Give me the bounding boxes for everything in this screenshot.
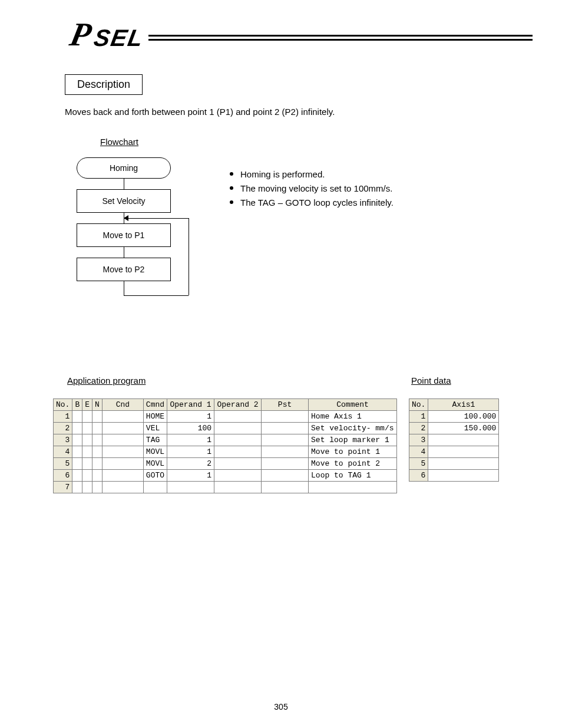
cell-n <box>92 446 103 457</box>
cell-e <box>82 422 92 434</box>
cell-pst <box>262 422 309 434</box>
cell-op2 <box>214 422 262 434</box>
cell-cmnd: GOTO <box>143 469 167 481</box>
col-e: E <box>82 398 92 410</box>
cell-no: 3 <box>409 434 428 446</box>
flow-node-set-velocity: Set Velocity <box>77 189 171 213</box>
table-row: 5 <box>409 457 499 469</box>
cell-e <box>82 410 92 422</box>
col-cnd: Cnd <box>102 398 143 410</box>
bullet-text: Homing is performed. <box>240 167 325 182</box>
point-data-heading: Point data <box>411 375 509 386</box>
cell-n <box>92 457 103 469</box>
col-op2: Operand 2 <box>214 398 262 410</box>
cell-op1: 1 <box>167 410 214 422</box>
cell-op2 <box>214 481 262 493</box>
cell-comment: Set loop marker 1 <box>309 434 397 446</box>
table-row: 2VEL100Set velocity- mm/s <box>54 422 397 434</box>
cell-axis1: 150.000 <box>428 422 499 434</box>
program-table: No. B E N Cnd Cmnd Operand 1 Operand 2 P… <box>53 398 397 493</box>
col-no: No. <box>54 398 72 410</box>
cell-cmnd <box>143 481 167 493</box>
cell-cnd <box>102 481 143 493</box>
cell-op1: 1 <box>167 434 214 446</box>
col-cmnd: Cmnd <box>143 398 167 410</box>
table-row: 1HOME1Home Axis 1 <box>54 410 397 422</box>
cell-cmnd: VEL <box>143 422 167 434</box>
cell-pst <box>262 457 309 469</box>
point-table: No. Axis1 1100.0002150.0003456 <box>409 398 499 482</box>
cell-comment <box>309 481 397 493</box>
table-row: 7 <box>54 481 397 493</box>
cell-b <box>72 434 82 446</box>
cell-comment: Move to point 1 <box>309 446 397 457</box>
cell-pst <box>262 410 309 422</box>
page-number: 305 <box>0 702 562 711</box>
cell-comment: Move to point 2 <box>309 457 397 469</box>
header-rules <box>148 35 533 43</box>
cell-b <box>72 481 82 493</box>
cell-b <box>72 469 82 481</box>
cell-axis1 <box>428 457 499 469</box>
bullet-icon <box>230 172 233 176</box>
cell-b <box>72 422 82 434</box>
cell-b <box>72 457 82 469</box>
col-comment: Comment <box>309 398 397 410</box>
col-axis1: Axis1 <box>428 398 499 410</box>
table-row: 1100.000 <box>409 410 499 422</box>
cell-axis1: 100.000 <box>428 410 499 422</box>
table-row: 2150.000 <box>409 422 499 434</box>
cell-e <box>82 469 92 481</box>
cell-no: 6 <box>54 469 72 481</box>
cell-no: 3 <box>54 434 72 446</box>
cell-op1: 2 <box>167 457 214 469</box>
cell-b <box>72 410 82 422</box>
cell-op2 <box>214 434 262 446</box>
cell-cmnd: MOVL <box>143 446 167 457</box>
table-row: 6 <box>409 469 499 481</box>
page-header: P SEL <box>71 18 533 51</box>
cell-no: 7 <box>54 481 72 493</box>
col-pst: Pst <box>262 398 309 410</box>
cell-cmnd: MOVL <box>143 457 167 469</box>
cell-n <box>92 481 103 493</box>
cell-op1 <box>167 481 214 493</box>
cell-no: 2 <box>54 422 72 434</box>
cell-axis1 <box>428 446 499 457</box>
bullet-icon <box>230 186 233 190</box>
cell-e <box>82 446 92 457</box>
cell-cmnd: HOME <box>143 410 167 422</box>
cell-no: 5 <box>54 457 72 469</box>
logo-p: P <box>67 18 94 51</box>
flowchart: Homing Set Velocity Move to P1 Move to P… <box>65 157 194 317</box>
table-row: 4 <box>409 446 499 457</box>
col-b: B <box>72 398 82 410</box>
cell-op1: 100 <box>167 422 214 434</box>
table-row: 3 <box>409 434 499 446</box>
table-row: 6GOTO1Loop to TAG 1 <box>54 469 397 481</box>
cell-e <box>82 481 92 493</box>
app-program-heading: Application program <box>67 375 399 386</box>
table-row: 4MOVL1Move to point 1 <box>54 446 397 457</box>
flow-node-move-p1: Move to P1 <box>77 223 171 247</box>
cell-op2 <box>214 469 262 481</box>
table-row: 3TAG1Set loop marker 1 <box>54 434 397 446</box>
cell-no: 2 <box>409 422 428 434</box>
cell-comment: Set velocity- mm/s <box>309 422 397 434</box>
col-no: No. <box>409 398 428 410</box>
intro-text: Moves back and forth between point 1 (P1… <box>65 106 533 119</box>
cell-n <box>92 422 103 434</box>
cell-cnd <box>102 457 143 469</box>
section-title: Description <box>65 74 143 95</box>
cell-pst <box>262 469 309 481</box>
cell-op2 <box>214 446 262 457</box>
cell-cnd <box>102 446 143 457</box>
cell-no: 4 <box>409 446 428 457</box>
cell-axis1 <box>428 434 499 446</box>
cell-no: 1 <box>54 410 72 422</box>
cell-e <box>82 434 92 446</box>
col-n: N <box>92 398 103 410</box>
cell-pst <box>262 481 309 493</box>
flow-node-move-p2: Move to P2 <box>77 258 171 281</box>
bullet-icon <box>230 200 233 204</box>
